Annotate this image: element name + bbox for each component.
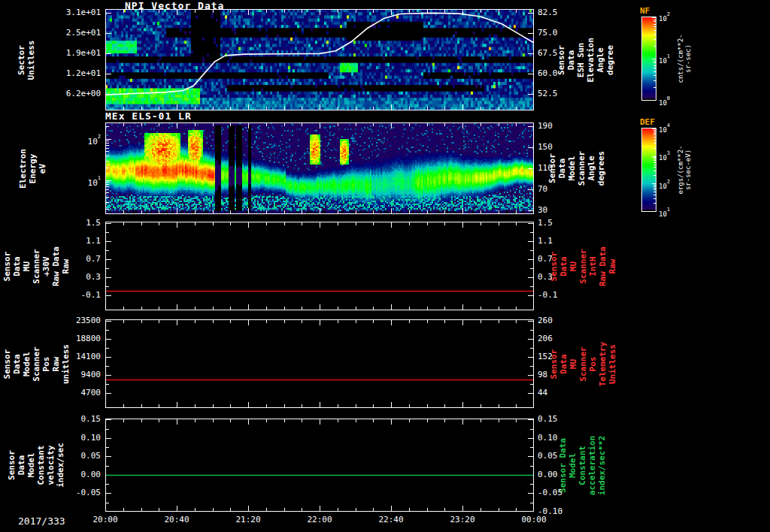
panel5-right-ytick: 0.10 [538, 434, 583, 443]
panel1-left-ytick: 6.2e+00 [51, 89, 101, 98]
x-axis-tick-label: 20:00 [80, 515, 131, 524]
x-axis-tick-label: 22:40 [365, 515, 417, 524]
def-colorbar-tick: 101 [659, 208, 684, 218]
x-axis-tick-label: 00:00 [508, 515, 559, 524]
panel4-right-axis-label-text: Sensor Data MU Scanner Pos Telemetry Uni… [549, 340, 617, 387]
panel4-left-ytick: 4700 [51, 388, 101, 397]
panel4-left-ytick: 23500 [51, 316, 101, 325]
panel2-right-ytick: 150 [538, 143, 583, 152]
x-axis-tick-label: 22:00 [294, 515, 345, 524]
panel4-right-ytick: 260 [538, 316, 583, 325]
panel5-right-ytick: -0.05 [538, 488, 583, 497]
panel2-left-axis-label: Electron Energy eV [17, 122, 48, 214]
panel2-title: MEx ELS-01 LR [105, 110, 192, 122]
panel5-left-ytick: 0.15 [51, 415, 101, 424]
panel5-right-ytick: 0.15 [538, 415, 583, 424]
def-colorbar-tick: 102 [659, 180, 684, 190]
panel4-left-ytick: 9400 [51, 370, 101, 379]
colorbar-nf-canvas [641, 17, 656, 101]
panel3-left-ytick: 0.3 [51, 273, 101, 282]
panel5-left-ytick: 0.00 [51, 470, 101, 479]
panel1-left-ytick: 3.1e+01 [51, 8, 101, 17]
def-colorbar-tick: 103 [659, 152, 684, 162]
x-axis-tick-label: 20:40 [151, 515, 202, 524]
panel2-left-ytick: 101 [51, 176, 101, 188]
panel3-right-axis-label-text: Sensor Data MU Scanner IntH Raw Data Raw [549, 243, 617, 289]
panel4-right-ytick: 98 [538, 370, 583, 379]
nf-colorbar-tick: 100 [659, 97, 684, 107]
panel1-right-ytick: 52.5 [538, 89, 583, 98]
panel1-left-axis-label-text: Sector Unitless [17, 40, 36, 80]
panel4-right-ytick: 44 [538, 388, 583, 397]
panel5-left-ytick: 0.05 [51, 452, 101, 461]
panel5-line-plot-canvas [105, 419, 534, 512]
panel2-right-ytick: 30 [538, 206, 583, 215]
panel2-spectrogram-canvas [105, 122, 534, 214]
panel4-left-ytick: 14100 [51, 352, 101, 361]
panel4-left-axis-label-text: Sensor Data Model Scanner Pos Raw unitle… [2, 340, 71, 388]
colorbar-def-canvas [641, 128, 656, 212]
panel4-left-ytick: 18800 [51, 334, 101, 343]
panel1-right-ytick: 60.0 [538, 69, 583, 78]
panel2-right-ytick: 110 [538, 164, 583, 173]
panel1-left-ytick: 1.9e+01 [51, 49, 101, 58]
panel5-left-ytick: 0.10 [51, 434, 101, 443]
nf-colorbar-tick: 102 [659, 13, 684, 23]
colorbar-def-units-label: ergs/(cm**2-sr-sec-eV) [669, 123, 699, 216]
x-axis-tick-label: 23:20 [437, 515, 488, 524]
panel5-right-ytick: 0.05 [538, 452, 583, 461]
panel3-right-ytick: 0.7 [538, 255, 583, 264]
panel1-right-ytick: 82.5 [538, 8, 583, 17]
panel2-left-axis-label-text: Electron Energy eV [18, 149, 47, 189]
panel3-right-ytick: 1.5 [538, 219, 583, 228]
x-axis-date-label: 2017/333 [18, 515, 65, 527]
panel5-left-ytick: -0.05 [51, 488, 101, 497]
colorbar-nf-title: NF [640, 6, 650, 16]
panel3-line-plot-canvas [105, 222, 534, 310]
def-colorbar-tick: 104 [659, 124, 684, 134]
panel5-right-ytick: 0.00 [538, 470, 583, 479]
x-axis-tick-label: 21:20 [223, 515, 274, 524]
panel2-right-ytick: 190 [538, 122, 583, 131]
panel1-left-ytick: 2.5e+01 [51, 29, 101, 38]
panel3-left-ytick: 1.1 [51, 237, 101, 246]
panel5-left-axis-label-text: Sensor Data Model Constant velocity inde… [7, 441, 65, 489]
panel2-right-ytick: 70 [538, 185, 583, 194]
nf-colorbar-tick: 101 [659, 55, 684, 65]
panel3-right-ytick: 1.1 [538, 237, 583, 246]
science-plot-dashboard: NPI Vector Data MEx ELS-01 LR NF DEF Sec… [0, 0, 770, 532]
panel3-right-ytick: -0.1 [538, 291, 583, 300]
panel2-left-ytick: 102 [51, 135, 101, 147]
colorbar-def-title: DEF [640, 117, 655, 127]
panel3-left-ytick: 1.5 [51, 219, 101, 228]
panel3-left-ytick: -0.1 [51, 291, 101, 300]
panel1-right-ytick: 75.0 [538, 29, 583, 38]
panel3-right-ytick: 0.3 [538, 273, 583, 282]
panel5-right-axis-label-text: Sensor Data Model Constant acceleration … [559, 435, 608, 494]
panel1-right-ytick: 67.5 [538, 49, 583, 58]
panel4-right-ytick: 152 [538, 352, 583, 361]
panel1-left-ytick: 1.2e+01 [51, 69, 101, 78]
panel4-right-ytick: 206 [538, 334, 583, 343]
panel1-spectrogram-canvas [105, 9, 534, 110]
panel4-line-plot-canvas [105, 319, 534, 408]
panel3-left-axis-label-text: Sensor Data MU Scanner +30V Raw Data Raw [2, 242, 71, 290]
panel3-left-ytick: 0.7 [51, 255, 101, 264]
panel1-left-axis-label: Sector Unitless [11, 9, 42, 110]
